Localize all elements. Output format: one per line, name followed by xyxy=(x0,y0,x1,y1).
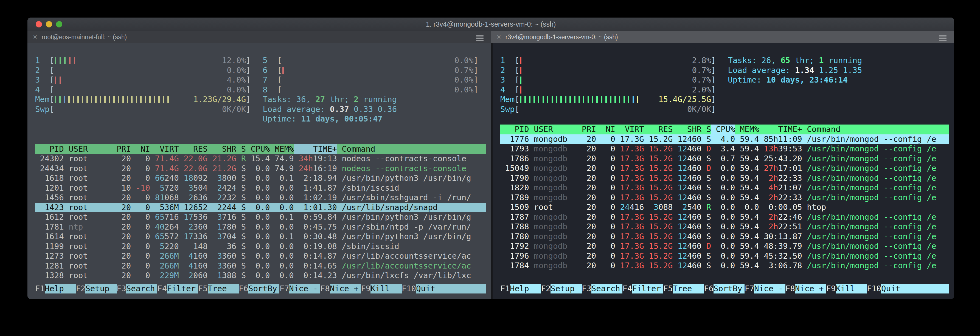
column-header-ni[interactable]: NI xyxy=(601,125,615,135)
column-header-res[interactable]: RES xyxy=(184,144,207,154)
process-row-1456[interactable]: 1456root2008106826362232S0.00.01:02.19/u… xyxy=(35,193,486,203)
column-header-pid[interactable]: PID xyxy=(505,125,529,135)
column-header-pri[interactable]: PRI xyxy=(582,125,596,135)
column-header-command[interactable]: Command xyxy=(807,125,949,135)
fkey-f6-sortby[interactable]: F6SortBy xyxy=(239,284,279,294)
process-row-1281[interactable]: 1281root200266M41603360S0.00.00:14.65/us… xyxy=(35,261,486,271)
column-header-mem[interactable]: MEM% xyxy=(740,125,759,135)
fkey-f3-search[interactable]: F3Search xyxy=(582,284,622,294)
process-row-1423[interactable]: 1423root200536M126522244S0.00.01:01.30/u… xyxy=(35,203,486,212)
meter-value: 0.0% xyxy=(455,55,474,65)
column-header-pid[interactable]: PID xyxy=(40,144,64,154)
meter-value: 0.0% xyxy=(227,85,246,95)
process-row-1787[interactable]: 1787mongodb20017.3G15.2G12460S0.059.42h2… xyxy=(500,212,949,222)
htop-pane-right[interactable]: 1[2.8%]2[0.7%]3[0.7%]4[2.0%]Mem[15.4G/25… xyxy=(493,43,954,299)
fkey-label: Filter xyxy=(632,284,663,294)
fkey-number: F4 xyxy=(157,284,167,294)
process-row-1328[interactable]: 1328root200229M20601388S0.00.00:14.23/us… xyxy=(35,271,486,281)
process-row-1789[interactable]: 1789mongodb20017.3G15.2G12460S0.059.42h2… xyxy=(500,193,949,203)
tab-menu-icon[interactable] xyxy=(939,34,947,42)
process-row-1781[interactable]: 1781ntp2004026423601780S0.00.00:45.75/us… xyxy=(35,222,486,232)
process-row-1820[interactable]: 1820mongodb20017.3G15.2G12460S0.059.44h2… xyxy=(500,183,949,193)
fkey-f10-quit[interactable]: F10Quit xyxy=(867,284,913,294)
fkey-f10-quit[interactable]: F10Quit xyxy=(402,284,447,294)
column-header-s[interactable]: S xyxy=(241,144,246,154)
process-row-1618[interactable]: 1618root20066240180923800S0.00.12:18.94/… xyxy=(35,173,486,183)
tasks-text: Tasks: 26, 65 thr; 1 running xyxy=(728,55,943,65)
fkey-f4-filter[interactable]: F4Filter xyxy=(622,284,663,294)
process-row-1788[interactable]: 1788mongodb20017.3G15.2G12460S0.059.42h2… xyxy=(500,222,949,232)
meter-label: 3 xyxy=(35,75,49,85)
column-header-virt[interactable]: VIRT xyxy=(155,144,179,154)
fkey-f1-help[interactable]: F1Help xyxy=(500,284,541,294)
fkey-number: F6 xyxy=(704,284,714,294)
close-window-button[interactable] xyxy=(36,21,42,27)
column-header-virt[interactable]: VIRT xyxy=(620,125,644,135)
process-row-1780[interactable]: 1780mongodb20017.3G15.2G12460S0.059.430:… xyxy=(500,232,949,242)
column-header-time[interactable]: TIME+ xyxy=(764,125,802,135)
meter-bars xyxy=(55,76,65,84)
process-row-1612[interactable]: 1612root20065716175363716S0.00.10:59.84/… xyxy=(35,212,486,222)
column-header-res[interactable]: RES xyxy=(649,125,673,135)
tab-left-session[interactable]: × root@eos-mainnet-full: ~ (ssh) xyxy=(27,31,491,43)
process-row-1793[interactable]: 1793mongodb20017.3G15.2G12460D3.459.413h… xyxy=(500,144,949,154)
fkey-label: Setup xyxy=(550,284,582,294)
process-row-1792[interactable]: 1792mongodb20017.3G15.2G12460D0.059.448:… xyxy=(500,241,949,251)
column-header-user[interactable]: USER xyxy=(534,125,577,135)
process-row-1796[interactable]: 1796mongodb20017.3G15.2G12460S0.059.445:… xyxy=(500,251,949,261)
column-header-ni[interactable]: NI xyxy=(136,144,150,154)
process-row-1273[interactable]: 1273root200266M41603360S0.00.00:14.87/us… xyxy=(35,251,486,261)
fkey-f9-kill[interactable]: F9Kill xyxy=(826,284,867,294)
column-header-shr[interactable]: SHR xyxy=(212,144,236,154)
fkey-number: F3 xyxy=(582,284,592,294)
htop-pane-left[interactable]: 1[12.0%]2[0.0%]3[4.0%]4[0.0%]Mem[1.23G/2… xyxy=(27,43,491,299)
fkey-f5-tree[interactable]: F5Tree xyxy=(198,284,239,294)
fkey-f3-search[interactable]: F3Search xyxy=(117,284,157,294)
process-row-24434[interactable]: 24434root20071.4G22.0G21.2GS0.074.924h16… xyxy=(35,164,486,174)
fkey-f8-nice[interactable]: F8Nice + xyxy=(786,284,826,294)
column-header-time[interactable]: TIME+ xyxy=(294,144,337,154)
process-row-1509[interactable]: 1509root2002441630882540R0.00.00:00.05ht… xyxy=(500,203,949,212)
tab-right-session[interactable]: × r3v4@mongodb-1-servers-vm-0: ~ (ssh) xyxy=(491,31,954,43)
column-header-pri[interactable]: PRI xyxy=(117,144,131,154)
column-header-command[interactable]: Command xyxy=(342,144,486,154)
process-row-1786[interactable]: 1786mongodb20017.3G15.2G12460S0.759.425:… xyxy=(500,154,949,164)
fkey-label: Nice - xyxy=(289,284,320,294)
fkey-f4-filter[interactable]: F4Filter xyxy=(157,284,198,294)
window-titlebar[interactable]: 1. r3v4@mongodb-1-servers-vm-0: ~ (ssh) xyxy=(27,17,954,31)
tab-menu-icon[interactable] xyxy=(476,34,484,42)
process-row-1784[interactable]: 1784mongodb20017.3G15.2G12460S0.059.43:0… xyxy=(500,261,949,271)
fkey-f9-kill[interactable]: F9Kill xyxy=(361,284,401,294)
column-header-mem[interactable]: MEM% xyxy=(275,144,294,154)
process-row-15049[interactable]: 15049mongodb20017.3G15.2G12460D0.059.427… xyxy=(500,163,949,173)
fkey-f2-setup[interactable]: F2Setup xyxy=(541,284,582,294)
tab-close-icon[interactable]: × xyxy=(497,33,501,41)
fkey-f5-tree[interactable]: F5Tree xyxy=(663,284,704,294)
process-row-1614[interactable]: 1614root20065572173363704S0.00.10:30.48/… xyxy=(35,232,486,242)
fkey-f2-setup[interactable]: F2Setup xyxy=(76,284,116,294)
cpu2-meter: 2[0.7%] xyxy=(500,65,716,75)
zoom-window-button[interactable] xyxy=(56,21,62,27)
tab-close-icon[interactable]: × xyxy=(33,33,37,41)
process-row-1199[interactable]: 1199root200522014836S0.00.00:19.08/sbin/… xyxy=(35,242,486,252)
fkey-f1-help[interactable]: F1Help xyxy=(35,284,76,294)
column-header-user[interactable]: USER xyxy=(68,144,112,154)
meter-bars xyxy=(520,67,525,74)
process-row-1201[interactable]: 1201root10-10572035042424S0.00.01:41.87/… xyxy=(35,183,486,193)
process-row-1776[interactable]: 1776mongodb20017.3G15.2G12460S4.059.485h… xyxy=(500,135,949,144)
minimize-window-button[interactable] xyxy=(46,21,52,27)
fkey-f8-nice[interactable]: F8Nice + xyxy=(320,284,361,294)
fkey-f7-nice[interactable]: F7Nice - xyxy=(279,284,320,294)
process-row-24302[interactable]: 24302root20071.4G22.0G21.2GR15.474.934h1… xyxy=(35,154,486,164)
column-header-s[interactable]: S xyxy=(706,125,711,135)
column-header-cpu[interactable]: CPU% xyxy=(711,125,735,135)
fkey-number: F4 xyxy=(622,284,632,294)
process-row-1790[interactable]: 1790mongodb20017.3G15.2G12460S0.059.42h2… xyxy=(500,173,949,183)
meter-value: 0.0% xyxy=(455,75,474,85)
meter-label: 4 xyxy=(500,85,515,95)
meter-value: 0.7% xyxy=(455,65,474,75)
column-header-cpu[interactable]: CPU% xyxy=(251,144,270,154)
column-header-shr[interactable]: SHR xyxy=(678,125,702,135)
fkey-f6-sortby[interactable]: F6SortBy xyxy=(704,284,745,294)
fkey-f7-nice[interactable]: F7Nice - xyxy=(745,284,785,294)
